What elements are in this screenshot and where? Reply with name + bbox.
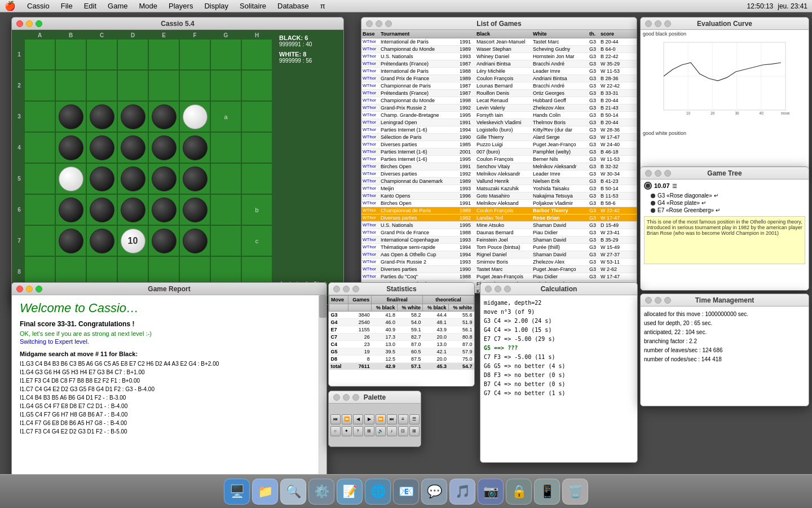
cell-4B[interactable] [55, 132, 86, 163]
cell-6G[interactable] [210, 194, 241, 225]
cell-1E[interactable] [148, 39, 179, 70]
cell-7C[interactable] [86, 225, 117, 256]
list-item[interactable]: WThor Championnat de Paris 1989 Coulon F… [361, 207, 637, 214]
btn-grid[interactable]: ⊞ [364, 426, 374, 436]
list-item[interactable]: WThor Prétendants (France) 1987 Andriani… [361, 60, 637, 68]
list-item[interactable]: WThor Diverses parties 1985 Puzzo Luigi … [361, 141, 637, 148]
list-item[interactable]: WThor Champ. Grande-Bretagne 1995 Forsyt… [361, 112, 637, 119]
cell-4E[interactable] [148, 132, 179, 163]
cell-4C[interactable] [86, 132, 117, 163]
list-item[interactable]: WThor U.S. Nationals 1993 Whiney Daniel … [361, 53, 637, 60]
palette-minimize[interactable] [343, 394, 350, 401]
btn-music[interactable]: ♪ [387, 426, 397, 436]
cell-3G[interactable]: a [210, 101, 241, 132]
report-scrollbar[interactable] [319, 295, 326, 491]
cell-3F[interactable] [179, 101, 210, 132]
list-item[interactable]: WThor Diverses parties 1992 Melnikov Ale… [361, 170, 637, 178]
cell-5B[interactable] [55, 163, 86, 194]
btn-back-fast[interactable]: ⏪ [342, 414, 352, 424]
btn-circle[interactable]: ○ [330, 426, 341, 436]
taskbar-icon-12[interactable]: 🗑️ [562, 479, 588, 505]
stats-maximize[interactable] [352, 286, 359, 292]
cell-1A[interactable] [24, 39, 55, 70]
list-item[interactable]: WThor Sélection de Paris 1990 Gille Thie… [361, 134, 637, 141]
cell-4G[interactable] [210, 132, 241, 163]
menu-cassio[interactable]: Cassio [23, 1, 54, 11]
time-minimize[interactable] [655, 297, 661, 304]
cell-3C[interactable] [86, 101, 117, 132]
taskbar-icon-0[interactable]: 🖥️ [224, 479, 250, 505]
menu-edit[interactable]: Edit [80, 1, 101, 11]
cell-3D[interactable] [117, 101, 148, 132]
taskbar-icon-3[interactable]: ⚙️ [308, 479, 334, 505]
cell-1D[interactable] [117, 39, 148, 70]
list-item[interactable]: WThor Grand-Prix Russie 2 1993 Smirnov B… [361, 259, 637, 266]
list-item[interactable]: WThor Diverses parties 1982 Landau Ted R… [361, 214, 637, 222]
menu-file[interactable]: File [56, 1, 77, 11]
menu-pi[interactable]: π [316, 1, 330, 11]
taskbar-icon-8[interactable]: 🎵 [449, 479, 475, 505]
list-item[interactable]: WThor Parties Internet (1-6) 1995 Coulon… [361, 156, 637, 163]
list-item[interactable]: WThor Parties Internet (1-6) 2001 007 (b… [361, 148, 637, 156]
cell-3E[interactable] [148, 101, 179, 132]
cell-6H[interactable]: b [241, 194, 272, 225]
cell-3H[interactable] [241, 101, 272, 132]
cell-7F[interactable] [179, 225, 210, 256]
cell-1C[interactable] [86, 39, 117, 70]
calc-maximize[interactable] [504, 286, 511, 292]
list-item[interactable]: WThor International de Paris 1988 Léry M… [361, 68, 637, 75]
taskbar-icon-6[interactable]: 📧 [393, 479, 419, 505]
cell-7E[interactable] [148, 225, 179, 256]
list-item[interactable]: WThor Aas Open & Othello Cup 1994 Rignel… [361, 251, 637, 259]
cell-5C[interactable] [86, 163, 117, 194]
cell-6A[interactable] [24, 194, 55, 225]
taskbar-icon-7[interactable]: 💬 [421, 479, 447, 505]
cell-2D[interactable] [117, 70, 148, 101]
cell-2C[interactable] [86, 70, 117, 101]
cell-2E[interactable] [148, 70, 179, 101]
cell-6E[interactable] [148, 194, 179, 225]
btn-grid2[interactable]: ⊞ [409, 426, 420, 436]
eval-minimize[interactable] [655, 20, 661, 27]
menu-solitaire[interactable]: Solitaire [235, 1, 271, 11]
btn-forward[interactable]: ▶ [364, 414, 374, 424]
list-item[interactable]: WThor Grand Prix de France 1988 Daunas B… [361, 229, 637, 237]
eval-maximize[interactable] [664, 20, 671, 27]
menu-display[interactable]: Display [200, 1, 233, 11]
time-close[interactable] [645, 297, 652, 304]
report-maximize[interactable] [36, 286, 42, 292]
cell-4H[interactable] [241, 132, 272, 163]
list-item[interactable]: WThor Meijin 1993 Matsuzaki Kazuhik Yosh… [361, 185, 637, 192]
btn-square[interactable]: ⊡ [398, 426, 408, 436]
games-close[interactable] [366, 20, 373, 27]
tree-maximize[interactable] [664, 170, 671, 177]
btn-sound[interactable]: 🔊 [376, 426, 386, 436]
btn-star[interactable]: ✦ [342, 426, 352, 436]
cell-1F[interactable] [179, 39, 210, 70]
cell-1G[interactable] [210, 39, 241, 70]
stats-close[interactable] [333, 286, 340, 292]
cell-7A[interactable] [24, 225, 55, 256]
minimize-button[interactable] [26, 20, 33, 27]
list-item[interactable]: WThor Parties du "Coq" 1988 Puget Jean-F… [361, 273, 637, 281]
games-maximize[interactable] [385, 20, 392, 27]
btn-help[interactable]: ? [353, 426, 363, 436]
cell-6B[interactable] [55, 194, 86, 225]
btn-list[interactable]: ≡ [398, 414, 408, 424]
list-item[interactable]: WThor Grand-Prix Russie 2 1992 Levin Val… [361, 104, 637, 112]
btn-skip-back[interactable]: ⏮ [330, 414, 341, 424]
menu-mode[interactable]: Mode [135, 1, 162, 11]
tree-root-radio[interactable] [644, 182, 652, 190]
btn-back[interactable]: ◀ [353, 414, 363, 424]
calc-minimize[interactable] [495, 286, 501, 292]
cell-7D[interactable]: 10 [117, 225, 148, 256]
cell-6C[interactable] [86, 194, 117, 225]
cell-3A[interactable] [24, 101, 55, 132]
close-button[interactable] [16, 20, 23, 27]
menu-game[interactable]: Game [103, 1, 132, 11]
list-item[interactable]: WThor Thématique semi-rapide 1994 Tom Po… [361, 244, 637, 251]
cell-2G[interactable] [210, 70, 241, 101]
report-close[interactable] [16, 286, 23, 292]
list-item[interactable]: WThor Birches Open 1991 Senchov Vitaiy M… [361, 163, 637, 170]
cell-6D[interactable] [117, 194, 148, 225]
